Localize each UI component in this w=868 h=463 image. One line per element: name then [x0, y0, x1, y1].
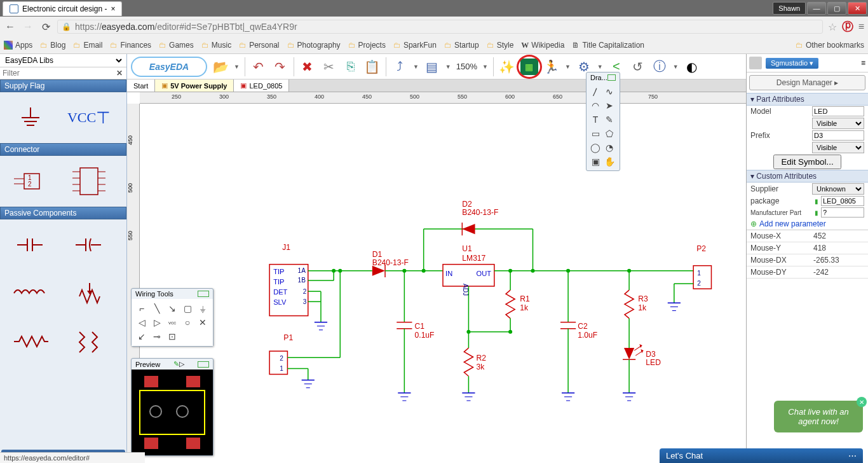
component-conn2[interactable]: 12	[3, 158, 58, 204]
chat-menu-icon[interactable]: ⋯	[848, 451, 857, 460]
component-pot[interactable]	[61, 270, 117, 316]
mfr-input[interactable]	[821, 207, 864, 218]
section-connector[interactable]: Connector	[0, 143, 126, 156]
browser-tab[interactable]: Electronic circuit design - ×	[3, 1, 122, 16]
image-tool[interactable]: ▣	[588, 155, 602, 169]
component-vcc[interactable]: VCC⊤	[61, 95, 117, 141]
zoom-label[interactable]: 150%	[456, 62, 477, 71]
prefix-visibility-select[interactable]: Visible	[812, 142, 864, 153]
bookmark-folder[interactable]: 🗀Startup	[444, 41, 479, 50]
bookmark-item[interactable]: WWikipedia	[521, 41, 564, 50]
bookmark-folder[interactable]: 🗀Music	[201, 41, 231, 50]
back-button[interactable]: ←	[4, 20, 17, 33]
bookmark-folder[interactable]: 🗀Games	[159, 41, 194, 50]
vcc-tool[interactable]: vcc	[165, 315, 180, 329]
bookmark-folder[interactable]: 🗀Photography	[287, 41, 341, 50]
bookmark-folder[interactable]: 🗀Projects	[348, 41, 386, 50]
pan-tool[interactable]: ✋	[602, 155, 616, 169]
bookmark-folder[interactable]: 🗀Style	[487, 41, 514, 50]
info-icon[interactable]: ⓘ	[651, 59, 668, 75]
component-cap[interactable]	[3, 222, 58, 268]
bus-tool[interactable]: ╲	[149, 301, 165, 315]
easyeda-logo[interactable]: EasyEDA	[131, 57, 207, 77]
probe-tool[interactable]: ↙	[134, 329, 149, 343]
busentry-tool[interactable]: ↘	[165, 301, 180, 315]
filter-input[interactable]	[0, 67, 112, 79]
schematic-view[interactable]: J1 TIP TIP DET SLV 1A 1B 2 3	[140, 104, 746, 463]
tab-start[interactable]: Start	[127, 79, 155, 92]
pin-tool[interactable]: ⊸	[149, 329, 165, 343]
window-close-button[interactable]: ✕	[848, 2, 867, 15]
component-polcap[interactable]	[61, 222, 117, 268]
bookmark-other[interactable]: 🗀Other bookmarks	[796, 41, 864, 50]
tab-power-supply[interactable]: ▣5V Power Supply	[155, 79, 234, 92]
part-attributes-header[interactable]: ▾ Part Attributes	[747, 93, 868, 106]
arrow-tool[interactable]: ➤	[602, 99, 616, 113]
close-icon[interactable]: ✕	[857, 397, 867, 407]
nc-tool[interactable]: ✕	[195, 315, 210, 329]
edit-icon[interactable]: ✎	[173, 360, 179, 368]
cut-icon[interactable]: ✂	[321, 59, 337, 75]
netlabel-tool[interactable]: ▢	[180, 301, 195, 315]
paste-icon[interactable]: 📋	[364, 59, 381, 75]
menu-icon[interactable]: ≡	[861, 59, 865, 67]
add-parameter-link[interactable]: ⊕Add new parameter	[747, 218, 868, 230]
bookmark-star-icon[interactable]: ☆	[828, 21, 837, 33]
wire-tool[interactable]: ⌐	[134, 301, 149, 315]
rotate-icon[interactable]: ⤴	[391, 59, 408, 75]
arrow-tool[interactable]: ◁	[134, 315, 149, 329]
freehand-tool[interactable]: ✎	[602, 113, 616, 127]
design-manager-button[interactable]: Design Manager ▸	[749, 75, 865, 90]
polyline-tool[interactable]: 〳	[588, 85, 602, 99]
text-tool[interactable]: T	[588, 113, 602, 127]
section-passive[interactable]: Passive Components	[0, 207, 126, 219]
undo-icon[interactable]: ↶	[250, 59, 267, 75]
window-minimize-button[interactable]: —	[807, 2, 826, 15]
component-inductor[interactable]	[3, 270, 58, 316]
preview-panel[interactable]: Preview ✎ ▷	[131, 358, 214, 456]
window-maximize-button[interactable]: ▢	[827, 2, 846, 15]
curve-tool[interactable]: ∿	[602, 85, 616, 99]
bookmark-folder[interactable]: 🗀Finances	[110, 41, 151, 50]
open-icon[interactable]: 📂	[212, 59, 229, 75]
contrast-icon[interactable]: ◐	[684, 59, 700, 75]
component-res2[interactable]	[61, 319, 117, 364]
address-bar[interactable]: 🔒 https://easyeda.com/editor#id=Se7pHBTb…	[57, 20, 823, 34]
junction-tool[interactable]: ○	[180, 315, 195, 329]
bookmark-folder[interactable]: 🗀Personal	[239, 41, 279, 50]
place-icon[interactable]: ▷	[179, 360, 184, 368]
package-input[interactable]	[821, 196, 864, 206]
bookmark-folder[interactable]: 🗀SparkFun	[393, 41, 437, 50]
bookmark-apps[interactable]: Apps	[4, 41, 32, 50]
chat-bar[interactable]: Let's Chat⋯	[660, 448, 863, 463]
model-input[interactable]	[812, 106, 864, 116]
bookmark-item[interactable]: 🗎Title Capitalization	[572, 41, 644, 50]
pcb-icon[interactable]: ▦	[520, 59, 538, 75]
rect-tool[interactable]: ▭	[588, 127, 602, 141]
pie-tool[interactable]: ◔	[602, 141, 616, 155]
libs-header[interactable]: EasyEDA Libs	[0, 54, 126, 67]
wizard-icon[interactable]: ✨	[499, 59, 515, 75]
tab-led0805[interactable]: ▣LED_0805	[234, 79, 289, 92]
forward-button[interactable]: →	[22, 20, 34, 33]
section-supply-flag[interactable]: Supply Flag	[0, 79, 126, 92]
browser-menu-button[interactable]: ≡	[858, 21, 864, 32]
edit-symbol-button[interactable]: Edit Symbol...	[773, 155, 841, 169]
libs-select[interactable]: EasyEDA Libs	[3, 55, 124, 66]
prefix-input[interactable]	[812, 130, 864, 141]
filter-clear-icon[interactable]: ✕	[112, 69, 126, 78]
chat-bubble[interactable]: Chat live with an agent now! ✕	[774, 401, 863, 432]
run-icon[interactable]: 🏃	[543, 59, 560, 75]
align-icon[interactable]: ▤	[424, 59, 440, 75]
component-gnd[interactable]	[3, 95, 58, 141]
gnd-tool[interactable]: ⏚	[195, 301, 210, 315]
component-res[interactable]	[3, 319, 58, 364]
delete-icon[interactable]: ✖	[299, 59, 316, 75]
wiring-tools-panel[interactable]: Wiring Tools ⌐ ╲ ↘ ▢ ⏚ ◁ ▷ vcc ○ ✕ ↙ ⊸ ⊡	[131, 288, 214, 347]
drawing-tools-panel[interactable]: Dra... 〳 ∿ ◠ ➤ T ✎ ▭ ⬠ ◯ ◔ ▣ ✋	[586, 72, 620, 171]
pinterest-icon[interactable]: ⓟ	[842, 19, 853, 34]
redo-icon[interactable]: ↷	[272, 59, 288, 75]
model-visibility-select[interactable]: Visible	[812, 118, 864, 129]
bookmark-folder[interactable]: 🗀Email	[73, 41, 102, 50]
component-conn8[interactable]	[61, 158, 117, 204]
